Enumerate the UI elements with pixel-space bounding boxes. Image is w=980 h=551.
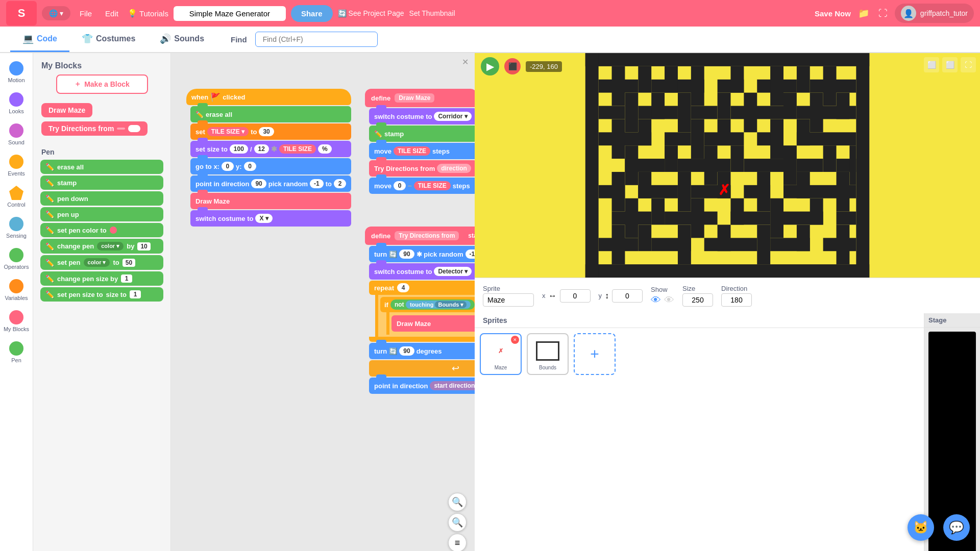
tile-size-value[interactable]: 30 — [259, 127, 274, 136]
tile-size-ref[interactable]: TILE SIZE — [279, 144, 316, 154]
set-pen-size-val[interactable]: 1 — [130, 290, 141, 298]
make-a-block-button[interactable]: ＋ Make a Block — [56, 74, 148, 94]
sidebar-item-variables[interactable]: Variables — [1, 275, 32, 305]
tab-code[interactable]: 💻 Code — [10, 27, 69, 52]
tile-size-dropdown[interactable]: TILE SIZE ▾ — [207, 127, 249, 136]
tutorials-button[interactable]: 💡 Tutorials — [128, 9, 168, 18]
canvas-scroll[interactable]: when 🚩 clicked ✏️ erase all set TILE SIZ… — [171, 73, 475, 551]
pick-neg1[interactable]: -1 — [465, 249, 475, 259]
when-flag-block[interactable]: when 🚩 clicked — [186, 89, 351, 105]
set-tile-size-block[interactable]: set TILE SIZE ▾ to 30 — [190, 123, 351, 140]
rand-neg1[interactable]: -1 — [310, 179, 324, 188]
draw-maze-block[interactable]: Draw Maze — [41, 103, 92, 117]
size-12[interactable]: 12 — [254, 144, 269, 154]
detector-dropdown[interactable]: Detector ▾ — [434, 267, 472, 276]
define-draw-maze-block[interactable]: define Draw Maze — [365, 89, 475, 107]
edit-menu[interactable]: Edit — [101, 7, 122, 20]
turn2-90[interactable]: 90 — [399, 346, 414, 356]
sidebar-item-events[interactable]: Events — [1, 151, 32, 181]
set-pen-color2-block[interactable]: ✏️ set pen color ▾ to 50 — [40, 255, 163, 270]
sprite-card-bounds[interactable]: Bounds — [527, 333, 569, 375]
folder-button[interactable]: 📁 — [856, 6, 871, 21]
draw-maze-inner-call[interactable]: Draw Maze — [391, 315, 475, 332]
sidebar-item-looks[interactable]: Looks — [1, 88, 32, 118]
user-menu[interactable]: 👤 griffpatch_tutor — [895, 4, 974, 23]
color-dropdown[interactable]: color ▾ — [97, 242, 124, 251]
hide-button[interactable]: 👁 — [664, 294, 674, 306]
sidebar-item-pen[interactable]: Pen — [1, 337, 32, 367]
go-to-xy-block[interactable]: go to x: 0 y: 0 — [190, 158, 351, 174]
project-title-input[interactable] — [174, 6, 286, 21]
not-condition[interactable]: not touching Bounds ▾ — [390, 299, 475, 310]
switch-costume-x-block[interactable]: switch costume to X ▾ — [190, 210, 351, 227]
corridor-dropdown[interactable]: Corridor ▾ — [434, 112, 471, 121]
turn-90[interactable]: 90 — [399, 249, 414, 259]
change-pen-color-val[interactable]: 10 — [137, 242, 150, 251]
tile-size-ref2[interactable]: TILE SIZE — [414, 181, 451, 190]
stage-fullscreen-button[interactable]: ⛶ — [961, 57, 976, 72]
sidebar-item-motion[interactable]: Motion — [1, 57, 32, 87]
set-pen-color-block[interactable]: ✏️ set pen color to — [40, 223, 163, 237]
change-pen-color-block[interactable]: ✏️ change pen color ▾ by 10 — [40, 239, 163, 254]
set-pen-color2-val[interactable]: 50 — [122, 259, 135, 267]
language-button[interactable]: 🌐 ▾ — [42, 6, 70, 20]
share-button[interactable]: Share — [291, 5, 333, 22]
move-back-block[interactable]: move 0 – TILE SIZE steps — [369, 178, 475, 194]
move-0-val[interactable]: 0 — [394, 181, 406, 190]
switch-detector-block[interactable]: switch costume to Detector ▾ — [369, 263, 475, 280]
save-now-button[interactable]: Save Now — [815, 9, 851, 18]
sprite-name-input[interactable] — [483, 293, 534, 307]
x-input[interactable] — [560, 289, 591, 303]
repeat-header[interactable]: repeat 4 — [369, 281, 475, 295]
rand-2[interactable]: 2 — [334, 179, 346, 188]
repeat-4[interactable]: 4 — [397, 283, 409, 292]
go-x-val[interactable]: 0 — [222, 162, 234, 171]
touching-bounds[interactable]: touching Bounds ▾ — [406, 300, 471, 309]
file-menu[interactable]: File — [76, 7, 96, 20]
if-block[interactable]: if not touching Bounds ▾ or touching col… — [380, 297, 475, 312]
show-button[interactable]: 👁 — [651, 294, 661, 306]
set-thumbnail-button[interactable]: Set Thumbnail — [409, 9, 455, 17]
change-pen-size-val[interactable]: 1 — [121, 274, 132, 283]
cat-icon-button[interactable]: 🐱 — [908, 514, 934, 541]
point-direction-block[interactable]: point in direction 90 pick random -1 to … — [190, 176, 351, 192]
costume-x-dropdown[interactable]: X ▾ — [255, 214, 272, 223]
draw-maze-call[interactable]: Draw Maze — [190, 193, 351, 209]
add-sprite-button[interactable]: + — [574, 333, 616, 375]
pen-down-block[interactable]: ✏️ pen down — [40, 191, 163, 206]
chat-button[interactable]: 💬 — [943, 514, 970, 541]
bounds-dropdown[interactable]: Bounds ▾ — [435, 301, 467, 308]
stop-button[interactable]: ⬛ — [504, 58, 521, 74]
change-pen-size-block[interactable]: ✏️ change pen size by 1 — [40, 271, 163, 286]
y-input[interactable] — [612, 289, 643, 303]
size-100[interactable]: 100 — [230, 144, 248, 154]
go-y-val[interactable]: 0 — [244, 162, 256, 171]
find-input[interactable] — [255, 32, 378, 47]
sidebar-item-myblocks[interactable]: My Blocks — [1, 306, 32, 336]
tab-costumes[interactable]: 👕 Costumes — [69, 27, 148, 52]
green-flag-button[interactable]: ▶ — [481, 57, 499, 76]
close-button[interactable]: ✕ — [462, 57, 469, 67]
define-try-directions-block[interactable]: define Try Directions from start directi… — [365, 227, 475, 245]
set-pen-color-dropdown[interactable]: color ▾ — [84, 258, 110, 267]
turn-90-block[interactable]: turn 🔄 90 degrees — [369, 343, 475, 359]
set-size-block[interactable]: set size to 100 / 12 ✱ TILE SIZE % — [190, 141, 351, 157]
erase-all-canvas-block[interactable]: ✏️ erase all — [190, 106, 351, 122]
set-pen-size-block[interactable]: ✏️ set pen size to size to 1 — [40, 287, 163, 302]
sidebar-item-sensing[interactable]: Sensing — [1, 213, 32, 243]
direction-input[interactable] — [721, 293, 752, 307]
sidebar-item-control[interactable]: Control — [1, 182, 32, 212]
fullscreen-button[interactable]: ⛶ — [876, 6, 890, 21]
tile-size-move-ref[interactable]: TILE SIZE — [394, 146, 430, 156]
stage-large-button[interactable]: ⬜ — [942, 57, 958, 72]
zoom-out-button[interactable]: 🔍 — [448, 513, 467, 532]
scratch-logo[interactable]: S — [6, 1, 37, 26]
sidebar-item-sound[interactable]: Sound — [1, 119, 32, 149]
pen-up-block[interactable]: ✏️ pen up — [40, 207, 163, 221]
direction-90[interactable]: 90 — [251, 179, 266, 188]
sprite-card-maze[interactable]: ✕ ✗ Maze — [480, 333, 522, 375]
stage-small-button[interactable]: ⬜ — [924, 57, 939, 72]
toggle-switch[interactable] — [128, 125, 140, 132]
stamp-block[interactable]: ✏️ stamp — [40, 176, 163, 190]
point-start-dir-block[interactable]: point in direction start direction — [369, 378, 475, 394]
